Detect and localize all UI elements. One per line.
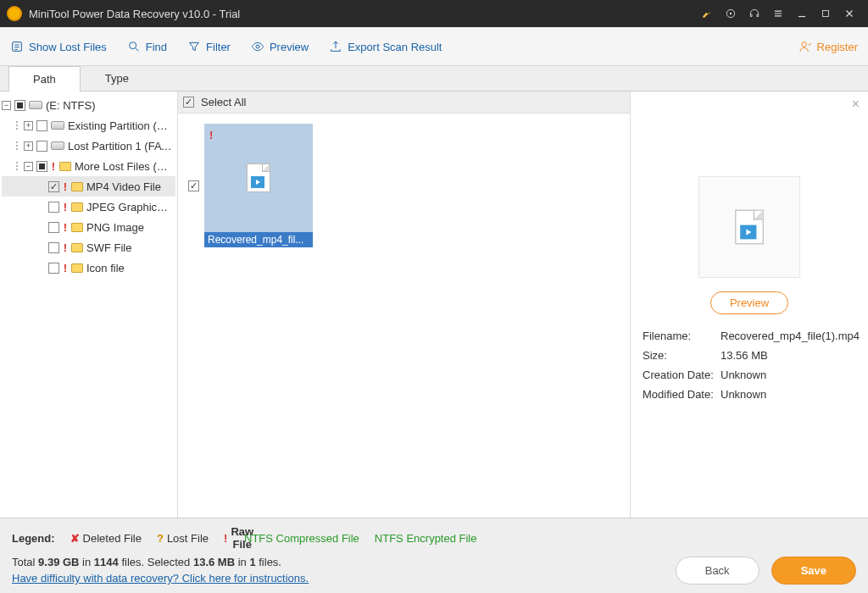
tree-lost-partition[interactable]: + Lost Partition 1 (FAT... (2, 136, 175, 156)
svg-point-6 (802, 42, 806, 47)
raw-mark-icon: ! (63, 180, 68, 193)
raw-mark-icon: ! (63, 221, 68, 234)
meta-key-created: Creation Date: (643, 369, 715, 381)
filter-label: Filter (206, 41, 231, 53)
folder-icon (71, 182, 83, 191)
main-area: − (E: NTFS) + Existing Partition (N... +… (0, 91, 868, 518)
stats-line: Total 9.39 GB in 1144 files. Selected 13… (12, 556, 309, 568)
tree-png[interactable]: ! PNG Image (2, 217, 175, 237)
close-panel-button[interactable]: × (852, 97, 860, 112)
preview-file-button[interactable]: Preview (710, 291, 788, 314)
save-button[interactable]: Save (771, 557, 856, 585)
tree-label: SWF File (86, 241, 131, 254)
show-lost-files-button[interactable]: Show Lost Files (10, 40, 107, 53)
file-grid-panel: Select All ! Recovered_mp4_fil... (178, 91, 631, 518)
meta-key-modified: Modified Date: (643, 388, 715, 401)
checkbox[interactable] (48, 242, 59, 253)
tree-connector-icon (14, 121, 20, 130)
tree-root[interactable]: − (E: NTFS) (2, 95, 175, 115)
checkbox[interactable] (36, 141, 47, 152)
disc-icon[interactable] (719, 2, 743, 25)
folder-icon (71, 263, 83, 273)
preview-panel: × Preview Filename: Recovered_mp4_file(1… (631, 91, 868, 518)
tree-existing-partition[interactable]: + Existing Partition (N... (2, 115, 175, 136)
tree-more-lost-files[interactable]: − ! More Lost Files (RA... (2, 156, 175, 176)
tab-bar: Path Type (0, 66, 868, 91)
filter-button[interactable]: Filter (187, 40, 231, 53)
select-all-checkbox[interactable] (183, 97, 194, 108)
window-title: MiniTool Power Data Recovery v10.0 - Tri… (29, 8, 695, 20)
find-label: Find (146, 41, 167, 53)
file-grid[interactable]: ! Recovered_mp4_fil... (178, 114, 630, 518)
meta-key-size: Size: (643, 349, 715, 362)
find-button[interactable]: Find (127, 40, 167, 53)
video-file-icon (735, 210, 764, 245)
checkbox[interactable] (36, 120, 47, 131)
meta-val-modified: Unknown (721, 388, 860, 401)
tree-label: PNG Image (86, 221, 144, 234)
close-button[interactable] (837, 2, 861, 25)
select-all-row: Select All (178, 91, 630, 114)
tab-type[interactable]: Type (81, 65, 153, 91)
meta-val-size: 13.56 MB (721, 349, 860, 362)
drive-icon (29, 101, 42, 109)
tree-mp4-video[interactable]: ! MP4 Video File (2, 176, 175, 197)
tree-connector-icon (14, 141, 20, 150)
headset-icon[interactable] (743, 2, 766, 25)
file-checkbox[interactable] (188, 180, 199, 191)
tree-icon-file[interactable]: ! Icon file (2, 258, 175, 278)
svg-rect-2 (823, 11, 829, 17)
svg-point-5 (256, 45, 259, 48)
toolbar: Show Lost Files Find Filter Preview Expo… (0, 27, 868, 66)
tree-connector-icon (14, 162, 20, 170)
checkbox[interactable] (36, 161, 47, 172)
menu-icon[interactable] (766, 2, 790, 25)
legend-compressed: NTFS Compressed File (244, 532, 359, 545)
register-button[interactable]: Register (798, 40, 858, 53)
preview-button[interactable]: Preview (251, 40, 309, 53)
legend-label: Legend: (12, 532, 55, 545)
tree-jpeg[interactable]: ! JPEG Graphics ... (2, 197, 175, 217)
help-link[interactable]: Have difficulty with data recovery? Clic… (12, 572, 309, 585)
checkbox[interactable] (48, 263, 59, 274)
export-label: Export Scan Result (348, 41, 442, 53)
app-logo-icon (7, 6, 22, 21)
collapse-icon[interactable]: − (2, 101, 11, 110)
tab-path[interactable]: Path (8, 66, 81, 91)
checkbox[interactable] (48, 181, 59, 192)
minimize-button[interactable] (790, 2, 814, 25)
drive-icon (51, 141, 64, 150)
video-file-icon (247, 163, 270, 192)
meta-val-filename: Recovered_mp4_file(1).mp4 (721, 330, 860, 342)
folder-icon (71, 243, 83, 252)
file-name-label: Recovered_mp4_fil... (204, 232, 313, 247)
file-thumbnail[interactable]: ! Recovered_mp4_fil... (204, 124, 313, 247)
back-button[interactable]: Back (676, 557, 760, 585)
legend-encrypted: NTFS Encrypted File (375, 532, 477, 545)
meta-val-created: Unknown (721, 369, 860, 381)
key-icon[interactable] (695, 2, 719, 25)
tree-label: MP4 Video File (86, 180, 161, 193)
tree-label: JPEG Graphics ... (86, 201, 172, 213)
expand-icon[interactable]: + (24, 141, 33, 151)
raw-mark-icon: ! (63, 241, 68, 254)
preview-box (698, 176, 800, 278)
legend-deleted: ✘Deleted File (70, 532, 142, 545)
collapse-icon[interactable]: − (24, 162, 33, 171)
maximize-button[interactable] (814, 2, 837, 25)
drive-icon (51, 121, 64, 130)
tree-label: More Lost Files (RA... (75, 160, 172, 173)
checkbox[interactable] (48, 202, 59, 213)
select-all-label: Select All (201, 96, 246, 108)
legend-lost: ?Lost File (157, 532, 209, 545)
expand-icon[interactable]: + (24, 121, 33, 130)
checkbox[interactable] (48, 222, 59, 233)
register-label: Register (817, 41, 858, 53)
svg-point-4 (129, 42, 136, 49)
footer: Legend: ✘Deleted File ?Lost File !Raw Fi… (0, 518, 868, 593)
raw-mark-icon: ! (63, 201, 68, 213)
tree-swf[interactable]: ! SWF File (2, 237, 175, 258)
legend: Legend: ✘Deleted File ?Lost File !Raw Fi… (12, 525, 856, 551)
export-button[interactable]: Export Scan Result (329, 40, 442, 53)
checkbox[interactable] (14, 100, 25, 111)
